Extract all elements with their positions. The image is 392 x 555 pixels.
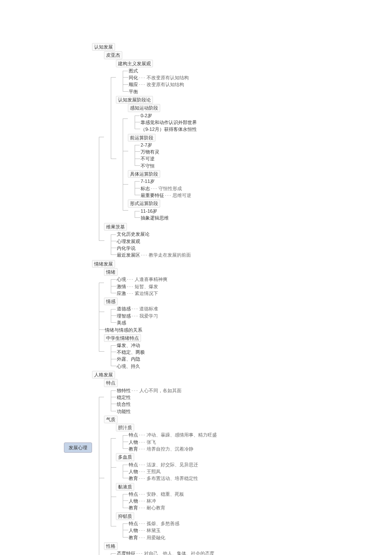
note: 对自己、他人、集体、社会的态度: [136, 551, 214, 555]
note: 孤僻、多愁善感: [139, 521, 179, 526]
root-node: 发展心理: [64, 442, 92, 453]
leaf: 标志: [140, 185, 151, 191]
leaf: 人物: [128, 468, 139, 474]
leaf: 心理发展观: [116, 238, 141, 244]
leaf: 独特性: [116, 387, 132, 393]
leaf: 最近发展区: [116, 252, 141, 258]
note: 人心不同，各如其面: [132, 388, 182, 393]
node-formal: 形式运算阶段: [128, 199, 160, 207]
leaf: 内化学说: [116, 245, 136, 251]
leaf: 特点: [128, 462, 139, 468]
leaf: 人物: [128, 527, 139, 533]
note: 教学走在发展的前面: [141, 252, 191, 257]
leaf: 教育: [128, 475, 139, 481]
leaf: 人物: [128, 439, 139, 445]
note: 思维可逆: [165, 193, 191, 198]
note: 安静、稳重、死板: [139, 491, 184, 497]
note: 守恒性形成: [151, 186, 182, 191]
node-preoperational: 前运算阶段: [128, 134, 156, 142]
leaf: 教育: [128, 535, 139, 541]
leaf: 不可逆: [140, 156, 156, 162]
note: 我爱学习: [132, 313, 158, 318]
leaf: 不守恒: [140, 163, 156, 169]
leaf: 教育: [128, 446, 139, 452]
note: 人逢喜事精神爽: [127, 277, 167, 282]
node-vygotsky: 维果茨基: [104, 223, 127, 231]
leaf: 抽象逻辑思维: [140, 215, 170, 221]
node-sensorimotor: 感知运动阶段: [128, 104, 160, 112]
note: 不改变原有认知结构: [139, 75, 189, 80]
note: 多布置活动、培养稳定性: [139, 476, 198, 481]
leaf: 激情: [116, 283, 127, 289]
node-personality: 人格发展: [92, 371, 115, 379]
note: 冲动、暴躁、感情用事、精力旺盛: [139, 432, 217, 437]
node-equilibrium: 平衡: [128, 89, 139, 95]
leaf: 统合性: [116, 401, 132, 407]
leaf: 道德感: [116, 306, 132, 312]
leaf: 靠感觉和动作认识外部世界: [140, 119, 198, 125]
leaf: 教育: [128, 505, 139, 511]
node-choleric: 胆汁质: [116, 424, 134, 431]
node-traits: 特点: [104, 379, 118, 387]
note: 培养自控力、沉着冷静: [139, 446, 193, 451]
note: 用爱融化: [139, 535, 165, 540]
leaf: 稳定性: [116, 394, 132, 400]
leaf: 最重要特征: [140, 192, 165, 198]
node-cognitive: 认知发展: [92, 43, 115, 51]
node-piaget: 皮亚杰: [104, 51, 122, 59]
note: 活泼、好交际、见异思迁: [139, 462, 198, 467]
leaf: 外露、内隐: [116, 356, 141, 362]
leaf: 功能性: [116, 408, 132, 414]
note: 林冲: [139, 498, 156, 503]
node-concrete: 具体运算阶段: [128, 170, 160, 178]
leaf: 态度特征: [116, 550, 136, 555]
note: 道德标准: [132, 306, 158, 311]
node-character: 性格: [104, 542, 118, 550]
leaf: 特点: [128, 520, 139, 526]
note: 短暂、爆发: [127, 284, 158, 289]
node-emotion-relation: 情绪与情感的关系: [104, 327, 143, 333]
node-melancholic: 抑郁质: [116, 512, 134, 520]
leaf: 文化历史发展论: [116, 231, 150, 237]
note: 耐心教育: [139, 505, 165, 510]
branch-emotion: 情绪发展 情绪 心境人逢喜事精神爽 激情短暂、爆发 应激紧迫情况下 情感 道德感…: [92, 260, 238, 370]
branch-personality: 人格发展 特点 独特性人心不同，各如其面 稳定性 统合性 功能性 气质 胆汁质: [92, 370, 238, 555]
leaf: 心境: [116, 276, 127, 282]
node-emotion: 情绪发展: [92, 260, 115, 268]
leaf: 7-11岁: [140, 178, 156, 184]
note: 改变原有认知结构: [139, 82, 184, 87]
note: 林黛玉: [139, 528, 161, 533]
leaf: 0-2岁: [140, 113, 153, 119]
node-temperament: 气质: [104, 416, 118, 423]
leaf: 爆发、冲动: [116, 342, 141, 348]
leaf: 美感: [116, 320, 127, 326]
leaf: 2-7岁: [140, 142, 153, 148]
node-accommodation: 顺应: [128, 81, 139, 87]
branch-cognitive: 认知发展 皮亚杰 建构主义发展观 图式 同化不改变原有认知结构 顺应改变原有认知…: [92, 43, 238, 260]
leaf: （9-12月）获得客体永恒性: [140, 126, 198, 132]
node-ms-emotion: 中学生情绪特点: [104, 334, 141, 342]
node-mood: 情绪: [104, 268, 118, 276]
node-feeling: 情感: [104, 298, 118, 305]
node-stages: 认知发展阶段论: [116, 96, 153, 104]
note: 紧迫情况下: [127, 291, 158, 296]
leaf: 人物: [128, 498, 139, 504]
node-assimilation: 同化: [128, 75, 139, 81]
leaf: 应激: [116, 290, 127, 296]
leaf: 万物有灵: [140, 149, 160, 155]
leaf: 特点: [128, 491, 139, 497]
node-phlegmatic: 黏液质: [116, 483, 134, 491]
note: 王熙凤: [139, 469, 161, 474]
leaf: 特点: [128, 432, 139, 438]
leaf: 理智感: [116, 313, 132, 319]
mindmap-root-container: 发展心理 认知发展 皮亚杰 建构主义发展观 图式 同化不改变原有认知结构 顺应改…: [64, 43, 392, 555]
node-schema: 图式: [128, 68, 139, 74]
leaf: 不稳定、两极: [116, 349, 146, 355]
leaf: 心境、持久: [116, 363, 141, 369]
node-sanguine: 多血质: [116, 453, 134, 461]
node-constructivism: 建构主义发展观: [116, 60, 153, 67]
leaf: 11-16岁: [140, 208, 158, 214]
note: 张飞: [139, 439, 156, 445]
